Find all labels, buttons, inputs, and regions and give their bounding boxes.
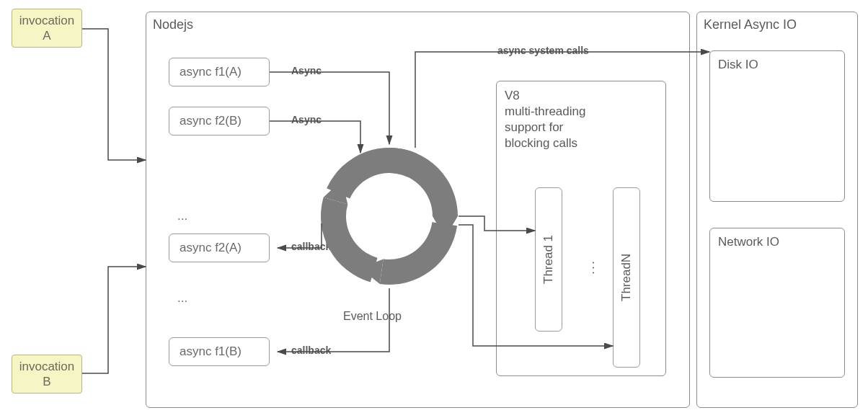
invocation-a-box: invocation A: [12, 9, 82, 48]
disk-io-label: Disk IO: [718, 58, 758, 72]
edge-async2: Async: [291, 114, 322, 125]
disk-io-box: [709, 50, 845, 202]
fn-f1b-label: async f1(B): [180, 344, 242, 359]
ellipsis-top: ...: [177, 209, 187, 223]
thread-1-label: Thread 1: [536, 188, 562, 331]
fn-f2a-label: async f2(A): [180, 241, 242, 255]
edge-async1: Async: [291, 65, 322, 76]
invocation-b-box: invocation B: [12, 355, 82, 393]
thread-n-label: ThreadN: [614, 188, 639, 367]
edge-cb2: callback: [291, 344, 331, 356]
edge-syscalls: async system calls: [497, 45, 589, 56]
fn-f1a-box: async f1(A): [169, 58, 270, 86]
invocation-a-text: invocation A: [19, 13, 75, 44]
ellipsis-bottom: ...: [177, 291, 187, 306]
invocation-b-text: invocation B: [19, 359, 75, 390]
v8-caption: V8 multi-threading support for blocking …: [505, 88, 656, 151]
fn-f1b-box: async f1(B): [169, 337, 270, 366]
thread-1-box: Thread 1: [535, 187, 562, 332]
fn-f2b-box: async f2(B): [169, 107, 270, 135]
event-loop-label: Event Loop: [343, 310, 402, 323]
thread-n-box: ThreadN: [613, 187, 640, 368]
fn-f1a-label: async f1(A): [180, 65, 242, 79]
fn-f2a-box: async f2(A): [169, 234, 270, 262]
kernel-title: Kernel Async IO: [704, 17, 797, 32]
thread-ellipsis: ...: [581, 245, 598, 288]
fn-f2b-label: async f2(B): [180, 114, 242, 128]
edge-cb1: callback: [291, 241, 331, 252]
network-io-label: Network IO: [718, 235, 779, 249]
network-io-box: [709, 228, 845, 378]
nodejs-title: Nodejs: [153, 17, 193, 32]
